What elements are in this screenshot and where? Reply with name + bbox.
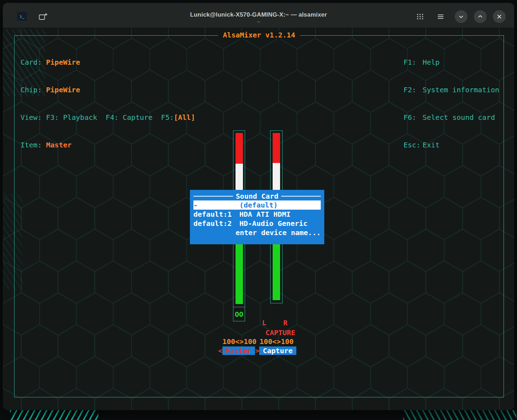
right-arrow: >	[255, 346, 259, 355]
dialog-title-rule-left	[193, 196, 233, 197]
view-line: View: F3: Playback F4: Capture F5:[All]	[21, 113, 195, 122]
master-mute-indicator[interactable]: OO	[233, 307, 245, 321]
terminal-window: ❯_ Lunick@lunick-X570-GAMING-X:~ — alsam…	[3, 3, 514, 410]
close-button[interactable]	[493, 10, 506, 23]
help-row-f6: F6:Select sound card	[403, 113, 499, 122]
item-line: Item: Master	[21, 140, 195, 150]
mixer-info-block: Card: PipeWire Chip: PipeWire View: F3: …	[21, 39, 195, 168]
capture-volume-values: 100<>100	[260, 337, 294, 346]
terminal-content: AlsaMixer v1.2.14 Card: PipeWire Chip: P…	[3, 28, 514, 410]
chip-value: PipeWire	[46, 86, 80, 94]
mute-state-text: OO	[235, 310, 243, 319]
dialog-title: Sound Card	[236, 192, 278, 200]
dialog-titlebar: Sound Card	[193, 192, 321, 200]
capture-channel-label[interactable]: Capture	[259, 346, 296, 355]
item-value: Master	[46, 141, 71, 149]
dialog-item-hda-ati-hdmi[interactable]: default:1 HDA ATI HDMI	[193, 210, 321, 219]
master-channel-label[interactable]: Master	[222, 346, 255, 355]
alsamixer-version-title: AlsaMixer v1.2.14	[218, 31, 300, 39]
dialog-item-enter-device-name[interactable]: enter device name...	[193, 228, 321, 237]
channel-labels-row: < Master > Capture	[218, 346, 296, 355]
master-volume-values: 100<>100	[222, 337, 256, 346]
capture-caption: CAPTURE	[256, 328, 304, 337]
help-block: F1:Help F2:System information F6:Select …	[403, 39, 499, 168]
help-row-f2: F2:System information	[403, 85, 499, 94]
card-value: PipeWire	[46, 58, 80, 66]
dialog-item-default[interactable]: - (default)	[193, 200, 321, 210]
bar-red-zone	[236, 133, 243, 164]
maximize-button[interactable]	[474, 10, 487, 23]
right-channel-mark: R	[283, 319, 287, 327]
chip-line: Chip: PipeWire	[21, 85, 195, 94]
alsamixer-panel: AlsaMixer v1.2.14 Card: PipeWire Chip: P…	[14, 35, 504, 397]
wallpaper-stripes-bottom-left	[10, 410, 98, 420]
card-line: Card: PipeWire	[21, 58, 195, 67]
left-arrow: <	[218, 346, 222, 355]
dialog-item-hd-audio-generic[interactable]: default:2 HD-Audio Generic	[193, 219, 321, 228]
help-row-f1: F1:Help	[403, 58, 499, 67]
left-channel-mark: L	[262, 319, 266, 327]
view-all-highlight: [All]	[174, 113, 195, 122]
hamburger-menu-icon[interactable]	[434, 11, 447, 22]
capture-lr-marks: L R	[262, 319, 287, 327]
app-grid-icon[interactable]	[414, 11, 426, 22]
sound-card-dialog: Sound Card - (default) default:1 HDA ATI…	[190, 190, 324, 244]
minimize-button[interactable]	[455, 10, 467, 23]
help-row-esc: Esc:Exit	[403, 140, 499, 150]
bar-red-zone	[273, 133, 280, 163]
dialog-title-rule-right	[281, 196, 321, 197]
window-titlebar: ❯_ Lunick@lunick-X570-GAMING-X:~ — alsam…	[3, 3, 514, 28]
wallpaper-stripes-bottom-right	[403, 410, 516, 420]
screen: { "colors": { "teal": "#35bfa6", "orange…	[0, 0, 517, 420]
